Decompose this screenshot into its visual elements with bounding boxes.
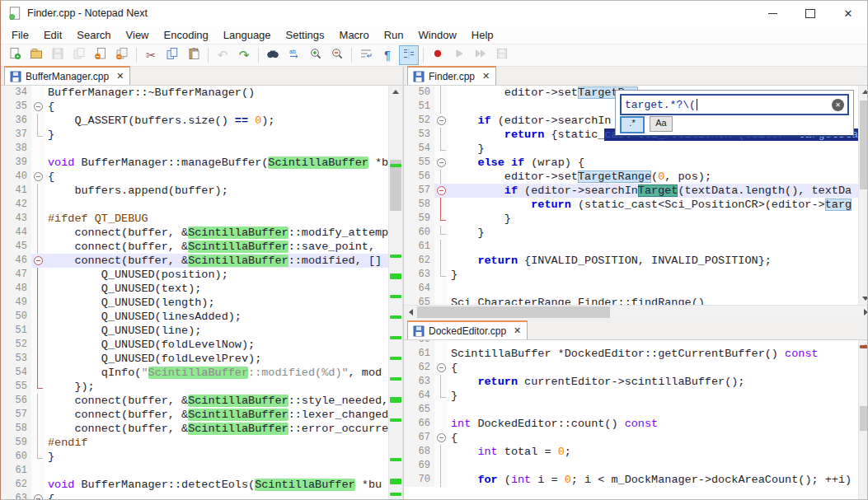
tab-close-icon[interactable]: ✕ — [482, 71, 490, 82]
menu-item-view[interactable]: View — [119, 27, 157, 43]
code-line-41[interactable]: 41 buffers.append(buffer); — [1, 184, 388, 198]
fold-margin[interactable] — [31, 352, 45, 366]
fold-margin[interactable] — [31, 324, 45, 338]
scroll-right-arrow-icon[interactable] — [859, 306, 868, 318]
fold-margin[interactable] — [31, 170, 45, 184]
finder-vertical-scrollbar[interactable] — [858, 86, 868, 305]
fold-margin[interactable] — [434, 375, 448, 389]
fold-margin[interactable] — [434, 226, 448, 240]
code-line-66[interactable]: 66int DockedEditor::count() const — [404, 417, 858, 431]
fold-margin[interactable] — [31, 114, 45, 128]
menu-item-file[interactable]: File — [4, 27, 36, 43]
cut-button[interactable]: ✂ — [141, 45, 161, 65]
code-line-65[interactable]: 65Sci_CharacterRange Finder::findRange() — [404, 296, 858, 305]
code-line-54[interactable]: 54 qInfo("ScintillaBuffer::modified(%d)"… — [1, 366, 388, 380]
fold-margin[interactable] — [31, 212, 45, 226]
paste-button[interactable] — [184, 45, 204, 65]
close-button[interactable]: ✕ — [829, 1, 867, 26]
code-line-63[interactable]: 63{ — [1, 492, 388, 499]
close-all-button[interactable] — [112, 45, 132, 65]
code-line-59[interactable]: 59#endif — [1, 436, 388, 450]
fold-margin[interactable] — [434, 268, 448, 282]
fold-margin[interactable] — [31, 408, 45, 422]
code-line-64[interactable]: 64} — [404, 389, 858, 403]
code-line-53[interactable]: 53 Q_UNUSED(foldLevelPrev); — [1, 352, 388, 366]
fold-margin[interactable] — [434, 184, 448, 198]
fold-margin[interactable] — [434, 340, 448, 347]
code-line-63[interactable]: 63} — [404, 268, 858, 282]
fold-margin[interactable] — [31, 310, 45, 324]
code-line-55[interactable]: 55 }); — [1, 380, 388, 394]
code-line-58[interactable]: 58 return (static_cast<Sci_PositionCR>(e… — [404, 198, 858, 212]
fold-margin[interactable] — [434, 347, 448, 361]
fold-margin[interactable] — [31, 142, 45, 156]
tab-close-icon[interactable]: ✕ — [514, 325, 521, 336]
fold-margin[interactable] — [434, 170, 448, 184]
fold-margin[interactable] — [434, 431, 448, 445]
fold-margin[interactable] — [434, 198, 448, 212]
code-line-70[interactable]: 70 for (int i = 0; i < m_DockManager->do… — [404, 473, 858, 487]
fold-margin[interactable] — [31, 464, 45, 478]
fold-margin[interactable] — [434, 445, 448, 459]
tab-dockededitor-cpp[interactable]: DockedEditor.cpp✕ — [407, 320, 528, 339]
code-line-57[interactable]: 57 if (editor->searchInTarget(textData.l… — [404, 184, 858, 198]
fold-margin[interactable] — [434, 459, 448, 473]
fold-margin[interactable] — [31, 254, 45, 268]
fold-margin[interactable] — [434, 128, 448, 142]
code-line-67[interactable]: 67{ — [404, 431, 858, 445]
scrollbar-thumb[interactable] — [860, 406, 868, 431]
code-line-50[interactable]: 50 Q_UNUSED(linesAdded); — [1, 310, 388, 324]
code-line-60[interactable]: 60 } — [404, 226, 858, 240]
code-line-60[interactable]: 60 — [404, 340, 858, 347]
fold-margin[interactable] — [31, 394, 45, 408]
code-line-56[interactable]: 56 editor->setTargetRange(0, pos); — [404, 170, 858, 184]
maximize-button[interactable] — [791, 1, 829, 26]
tab-finder-cpp[interactable]: Finder.cpp✕ — [407, 66, 496, 85]
code-line-48[interactable]: 48 Q_UNUSED(text); — [1, 282, 388, 296]
find-button[interactable] — [263, 45, 283, 65]
search-input[interactable]: target.*?\( ✕ — [620, 94, 849, 115]
fold-margin[interactable] — [434, 240, 448, 254]
fold-margin[interactable] — [31, 366, 45, 380]
code-line-68[interactable]: 68 int total = 0; — [404, 445, 858, 459]
fold-margin[interactable] — [434, 100, 448, 114]
fold-margin[interactable] — [31, 492, 45, 499]
code-line-55[interactable]: 55 else if (wrap) { — [404, 156, 858, 170]
menu-item-search[interactable]: Search — [69, 27, 118, 43]
code-line-64[interactable]: 64 — [404, 282, 858, 296]
code-line-61[interactable]: 61ScintillaBuffer *DockedEditor::getCurr… — [404, 347, 858, 361]
scroll-up-arrow-icon[interactable] — [389, 86, 402, 98]
fold-margin[interactable] — [31, 436, 45, 450]
close-file-button[interactable] — [91, 45, 110, 65]
fold-margin[interactable] — [434, 361, 448, 375]
menu-item-window[interactable]: Window — [411, 27, 464, 43]
fold-margin[interactable] — [434, 389, 448, 403]
scroll-down-arrow-icon[interactable] — [859, 292, 868, 305]
code-editor-buffermanager[interactable]: 34BufferManager::~BufferManager()35{36 Q… — [1, 86, 388, 499]
code-editor-dockededitor[interactable]: 6061ScintillaBuffer *DockedEditor::getCu… — [404, 340, 858, 499]
fold-margin[interactable] — [434, 86, 448, 100]
fold-margin[interactable] — [31, 184, 45, 198]
menu-item-settings[interactable]: Settings — [279, 27, 332, 43]
record-macro-button[interactable] — [428, 45, 448, 65]
code-line-46[interactable]: 46 connect(buffer, &ScintillaBuffer::mod… — [1, 254, 388, 268]
code-line-39[interactable]: 39void BufferManager::manageBuffer(Scint… — [1, 156, 388, 170]
scroll-up-arrow-icon[interactable] — [859, 86, 868, 98]
menu-item-language[interactable]: Language — [216, 27, 279, 43]
code-line-43[interactable]: 43#ifdef QT_DEBUG — [1, 212, 388, 226]
code-line-36[interactable]: 36 Q_ASSERT(buffers.size() == 0); — [1, 114, 388, 128]
menu-item-macro[interactable]: Macro — [332, 27, 377, 43]
fold-margin[interactable] — [434, 254, 448, 268]
dockededitor-vertical-scrollbar[interactable] — [858, 340, 868, 499]
code-line-37[interactable]: 37} — [1, 128, 388, 142]
code-line-56[interactable]: 56 connect(buffer, &ScintillaBuffer::sty… — [1, 394, 388, 408]
fold-margin[interactable] — [434, 296, 448, 305]
code-line-60[interactable]: 60} — [1, 450, 388, 464]
code-line-52[interactable]: 52 Q_UNUSED(foldLevelNow); — [1, 338, 388, 352]
menu-item-edit[interactable]: Edit — [36, 27, 69, 43]
fold-margin[interactable] — [434, 417, 448, 431]
fold-margin[interactable] — [31, 296, 45, 310]
code-line-62[interactable]: 62void BufferManager::detectEols(Scintil… — [1, 478, 388, 492]
copy-button[interactable] — [162, 45, 182, 65]
fold-margin[interactable] — [31, 282, 45, 296]
